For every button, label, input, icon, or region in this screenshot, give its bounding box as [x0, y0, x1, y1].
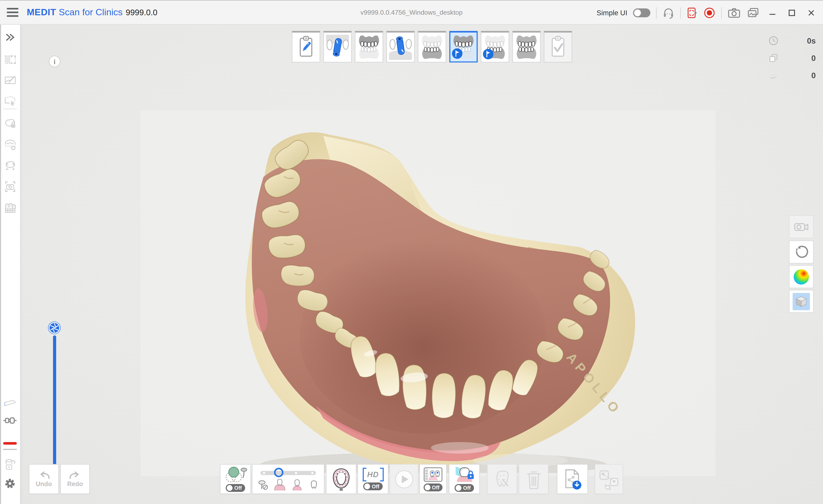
- flag-badge-icon: [483, 49, 494, 59]
- clock-icon: [769, 35, 779, 45]
- screen-region-record-icon[interactable]: ▼: [687, 7, 697, 19]
- stage-scanbody-mandible[interactable]: [386, 31, 415, 62]
- stage-maxilla-scan[interactable]: [355, 31, 383, 62]
- scan-time-row: 0s: [769, 34, 816, 47]
- simple-ui-label: Simple UI: [597, 9, 627, 17]
- marquee-selection-icon[interactable]: [3, 52, 17, 66]
- hamburger-menu-icon[interactable]: [7, 8, 18, 17]
- toggle-label: Off: [432, 484, 440, 490]
- reset-rotation-icon: [794, 244, 809, 260]
- build-title: v9999.0.0.4756_Windows_desktop: [360, 9, 463, 16]
- reset-view-button[interactable]: [789, 240, 814, 264]
- stage-mandible-scan[interactable]: [418, 31, 446, 62]
- view-cube-button[interactable]: [789, 290, 814, 313]
- divider: [656, 7, 657, 19]
- scan-time-value: 0s: [779, 36, 816, 45]
- scan-filter-level-button[interactable]: [252, 464, 324, 494]
- scan-stage-toolbar: [292, 31, 572, 62]
- divider: [3, 109, 17, 109]
- trash-icon: [525, 469, 542, 489]
- toggle-label: Off: [234, 485, 242, 491]
- delete-arch-icon[interactable]: [3, 138, 17, 151]
- dental-model-3d[interactable]: APOLLO: [213, 127, 662, 473]
- maximize-icon[interactable]: [785, 5, 798, 21]
- simple-ui-toggle[interactable]: [633, 8, 650, 17]
- scanner-connection-icon[interactable]: [3, 413, 17, 427]
- auto-optimize-button[interactable]: [487, 464, 517, 494]
- stage-occlusion-left[interactable]: [449, 31, 478, 62]
- delete-data-button[interactable]: [519, 464, 548, 494]
- impression-tray-button[interactable]: [326, 464, 356, 494]
- crop-model-icon[interactable]: [3, 159, 17, 172]
- brightness-slider-handle aperture-icon[interactable]: [47, 321, 61, 337]
- video-capture-button[interactable]: [789, 215, 814, 238]
- stage-confirm[interactable]: [544, 31, 572, 62]
- filter-level-handle[interactable]: [274, 468, 284, 477]
- scanner-tip-icon[interactable]: [3, 397, 17, 410]
- redo-label: Redo: [67, 480, 83, 488]
- window-edge: [0, 25, 1, 504]
- no-filter-icon: [257, 480, 269, 490]
- info-icon[interactable]: i: [49, 55, 60, 67]
- color-map-button[interactable]: [789, 265, 814, 288]
- filter-gum-level1-icon: [273, 479, 286, 490]
- screenshot-camera-icon[interactable]: [727, 7, 740, 18]
- close-icon[interactable]: [804, 5, 818, 21]
- hd-mode-button[interactable]: HD Off: [357, 464, 388, 494]
- off-toggle[interactable]: Off: [455, 484, 474, 492]
- stage-scanbody-maxilla[interactable]: [323, 31, 352, 62]
- gallery-icon[interactable]: [747, 7, 760, 18]
- filter-level-track[interactable]: [261, 471, 316, 475]
- smart-scan-filter-icon: [223, 466, 248, 483]
- divider: [680, 7, 681, 19]
- filter-tooth-only-icon: [308, 479, 319, 490]
- lock-model-icon[interactable]: [3, 117, 17, 130]
- gauge-icon: [769, 70, 779, 80]
- brand-suffix: Scan for Clinics: [59, 7, 123, 17]
- double-chevron-right-icon expand-sidebar-button[interactable]: [3, 30, 17, 44]
- scan-review-button[interactable]: Off: [420, 464, 447, 494]
- brightness-slider-track[interactable]: [53, 335, 56, 475]
- support-headset-icon[interactable]: [663, 7, 675, 19]
- texture-map-icon[interactable]: [3, 201, 17, 214]
- redo-button[interactable]: Redo: [60, 464, 90, 494]
- stage-occlusion-right[interactable]: [481, 31, 509, 62]
- viewport-capture-icon[interactable]: [3, 180, 17, 193]
- off-toggle[interactable]: Off: [424, 483, 443, 491]
- view-cube-icon: [793, 293, 810, 310]
- off-toggle[interactable]: Off: [363, 482, 382, 490]
- polygon-selection-icon[interactable]: [3, 94, 17, 107]
- app-version: 9999.0.0: [126, 8, 158, 17]
- mandible-scan-icon: [421, 35, 444, 60]
- titlebar-right-controls: Simple UI ▼: [597, 1, 818, 25]
- speed-value: 0: [779, 71, 816, 79]
- app-window: MEDITScan for Clinics9999.0.0 v9999.0.0.…: [0, 0, 823, 504]
- toggle-label: Off: [372, 483, 379, 489]
- filter-level-options: [257, 479, 319, 490]
- play-button[interactable]: [389, 464, 419, 494]
- lock-scan-data-button[interactable]: Off: [449, 464, 480, 494]
- app-title: MEDITScan for Clinics9999.0.0: [27, 7, 157, 18]
- impression-tray-icon: [332, 468, 350, 491]
- paint-selection-icon[interactable]: [3, 73, 17, 87]
- settings-gear-icon[interactable]: [3, 477, 17, 490]
- frames-icon: [769, 53, 779, 63]
- confirm-form-icon: [546, 35, 569, 60]
- undo-button[interactable]: Undo: [29, 464, 59, 494]
- treatment-form-icon: [294, 35, 317, 60]
- record-icon[interactable]: [703, 7, 715, 19]
- off-toggle[interactable]: Off: [226, 484, 245, 492]
- smart-scan-filter-button[interactable]: Off: [220, 464, 251, 494]
- color-map-sphere-icon: [794, 269, 809, 284]
- calibration-icon[interactable]: [3, 458, 17, 471]
- export-data-button[interactable]: [557, 464, 588, 494]
- stage-occlusion-both[interactable]: [512, 31, 540, 62]
- lock-scan-data-icon: [453, 466, 475, 483]
- divider: [3, 449, 17, 450]
- 3d-viewport[interactable]: APOLLO i: [20, 25, 823, 504]
- undo-label: Undo: [36, 480, 52, 488]
- compare-align-button[interactable]: [595, 464, 623, 494]
- stage-treatment-form[interactable]: [292, 31, 320, 62]
- undo-arrow-icon: [36, 470, 51, 479]
- minimize-icon[interactable]: [765, 5, 779, 21]
